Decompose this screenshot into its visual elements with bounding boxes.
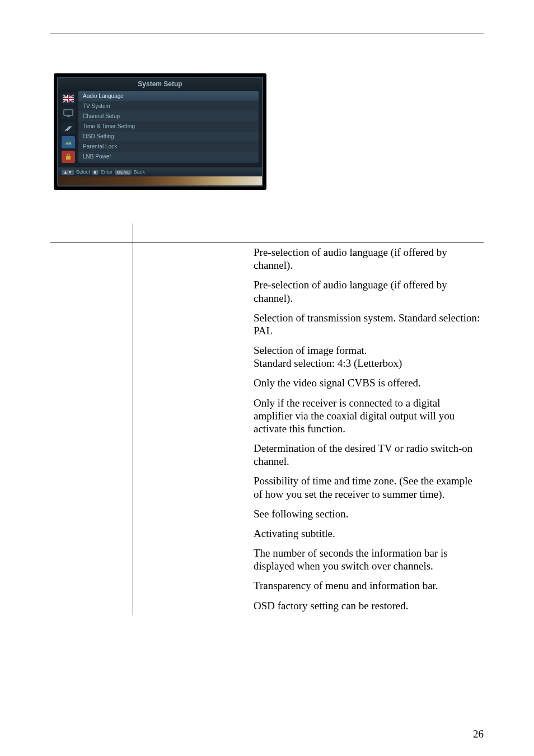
- screenshot-body: Audio Language TV System Channel Setup T…: [58, 89, 262, 167]
- screenshot-menu-list: Audio Language TV System Channel Setup T…: [78, 91, 259, 163]
- screenshot-icon-column: [62, 91, 75, 163]
- desc-cell: OSD factory setting can be restored.: [250, 596, 484, 615]
- table-row: Transparency of menu and information bar…: [50, 576, 484, 595]
- table-header-row: [50, 223, 484, 242]
- desc-cell: The number of seconds the information ba…: [250, 543, 484, 576]
- desc-cell: Possibility of time and time zone. (See …: [250, 471, 484, 503]
- tools-icon: [62, 122, 75, 134]
- vertical-divider: [133, 223, 133, 615]
- svg-rect-4: [63, 98, 74, 99]
- table-row: Possibility of time and time zone. (See …: [50, 471, 484, 503]
- uk-flag-icon: [62, 92, 75, 105]
- svg-rect-5: [64, 110, 73, 115]
- table-row: OSD factory setting can be restored.: [50, 596, 484, 615]
- lock-icon: [62, 151, 75, 163]
- screenshot-frame: System Setup: [57, 77, 263, 186]
- screenshot-bottom-strip: [58, 176, 262, 185]
- table-row: The number of seconds the information ba…: [50, 543, 484, 576]
- embedded-screenshot: System Setup: [54, 73, 266, 190]
- desc-cell: Selection of image format. Standard sele…: [250, 340, 484, 373]
- desc-cell: Transparency of menu and information bar…: [250, 576, 484, 595]
- page-number: 26: [473, 728, 484, 740]
- table-row: Activating subtitle.: [50, 524, 484, 543]
- desc-cell: See following section.: [250, 504, 484, 524]
- hint-label-1: Select: [76, 169, 90, 175]
- menu-item-time-timer: Time & Timer Setting: [78, 122, 259, 131]
- desc-cell: Selection of transmission system. Standa…: [250, 308, 484, 340]
- table-row: Only the video signal CVBS is offered.: [50, 373, 484, 393]
- menu-item-audio-language: Audio Language: [78, 91, 259, 101]
- monitor-icon: [62, 107, 75, 119]
- menu-item-parental-lock: Parental Lock: [78, 142, 259, 151]
- hint-label-3: Back: [134, 169, 145, 175]
- document-page: System Setup: [0, 0, 534, 756]
- menu-item-channel-setup: Channel Setup: [78, 111, 259, 121]
- picture-icon: [62, 136, 75, 148]
- menu-item-osd-setting: OSD Setting: [78, 132, 259, 141]
- hint-key-1: ▲▼: [62, 170, 74, 175]
- desc-cell: Pre-selection of audio language (if offe…: [250, 242, 484, 275]
- description-table: Pre-selection of audio language (if offe…: [50, 223, 484, 615]
- hint-key-3: MENU: [115, 170, 132, 175]
- table-body: Pre-selection of audio language (if offe…: [50, 242, 484, 615]
- table-row: Selection of image format. Standard sele…: [50, 340, 484, 373]
- table-row: Pre-selection of audio language (if offe…: [50, 242, 484, 275]
- hint-label-2: Enter: [101, 169, 113, 175]
- svg-rect-7: [64, 139, 73, 146]
- desc-cell: Activating subtitle.: [250, 524, 484, 543]
- table-row: Selection of transmission system. Standa…: [50, 308, 484, 340]
- desc-cell: Only if the receiver is connected to a d…: [250, 393, 484, 439]
- table-row: Pre-selection of audio language (if offe…: [50, 275, 484, 307]
- desc-cell: Only the video signal CVBS is offered.: [250, 373, 484, 393]
- desc-cell: Pre-selection of audio language (if offe…: [250, 275, 484, 307]
- svg-rect-6: [67, 116, 70, 117]
- desc-cell: Determination of the desired TV or radio…: [250, 438, 484, 471]
- table-row: Determination of the desired TV or radio…: [50, 438, 484, 471]
- table-row: See following section.: [50, 504, 484, 524]
- menu-item-tv-system: TV System: [78, 101, 259, 111]
- table-row: Only if the receiver is connected to a d…: [50, 393, 484, 439]
- hint-key-2: ■: [92, 170, 99, 175]
- screenshot-title: System Setup: [58, 78, 262, 89]
- menu-item-lnb-power: LNB Power: [78, 152, 259, 161]
- screenshot-hint-bar: ▲▼ Select ■ Enter MENU Back: [58, 167, 262, 176]
- horizontal-rule-top: [50, 34, 484, 34]
- svg-rect-9: [66, 156, 71, 160]
